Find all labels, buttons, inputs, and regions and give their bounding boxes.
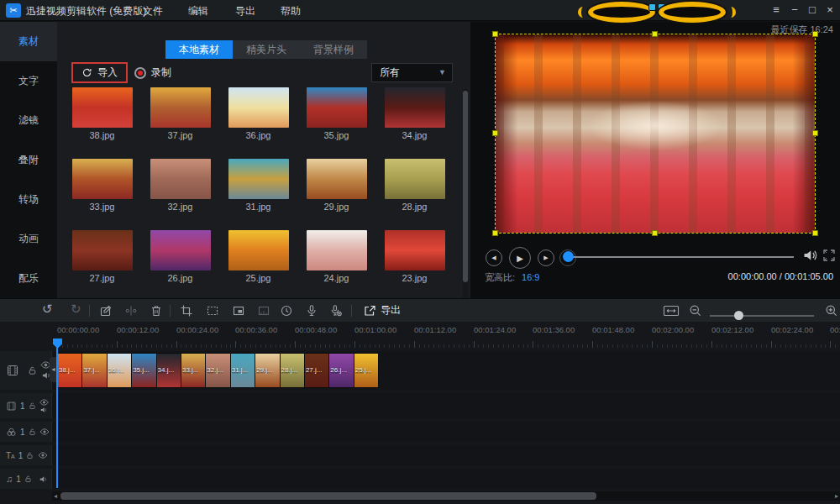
split-icon[interactable] bbox=[124, 304, 138, 318]
menu-help[interactable]: 帮助 bbox=[281, 4, 301, 18]
media-file[interactable]: 28.jpg bbox=[375, 159, 454, 212]
timeline-clip[interactable]: 38.j... bbox=[58, 354, 82, 387]
media-file[interactable]: 35.jpg bbox=[297, 87, 375, 140]
timeline-clip[interactable]: 29.j... bbox=[255, 354, 280, 387]
crop-icon[interactable] bbox=[180, 304, 193, 318]
export-button[interactable]: 导出 bbox=[363, 303, 401, 318]
lock-open-icon[interactable] bbox=[28, 366, 37, 375]
delete-icon[interactable] bbox=[150, 304, 163, 318]
volume-icon[interactable] bbox=[802, 249, 817, 262]
timeline-zoom-slider[interactable] bbox=[710, 315, 814, 317]
music-track-lane[interactable] bbox=[0, 469, 840, 489]
timeline-hscrollbar-thumb[interactable] bbox=[60, 492, 596, 500]
media-thumbnail[interactable] bbox=[150, 87, 211, 128]
timeline-clip[interactable]: 26.j... bbox=[329, 354, 354, 387]
timeline-zoom-handle[interactable] bbox=[734, 311, 743, 320]
media-filter-dropdown[interactable]: 所有 ▼ bbox=[371, 63, 453, 82]
text-track-lane[interactable] bbox=[0, 445, 840, 465]
media-thumbnail[interactable] bbox=[150, 230, 211, 270]
record-button[interactable]: 录制 bbox=[134, 62, 171, 83]
fit-timeline-icon[interactable] bbox=[663, 305, 680, 317]
ruler-icon[interactable] bbox=[257, 304, 270, 318]
tab-local-media[interactable]: 本地素材 bbox=[165, 40, 233, 59]
zoom-out-icon[interactable] bbox=[689, 304, 702, 318]
lock-open-icon[interactable] bbox=[29, 402, 36, 410]
canvas-size-icon[interactable] bbox=[206, 304, 219, 318]
eye-icon[interactable] bbox=[38, 452, 48, 459]
timeline-clip[interactable]: 34.j... bbox=[157, 354, 181, 387]
import-button[interactable]: 导入 bbox=[71, 62, 128, 83]
media-thumbnail[interactable] bbox=[307, 159, 367, 199]
speaker-icon[interactable] bbox=[39, 407, 48, 413]
tab-background-samples[interactable]: 背景样例 bbox=[300, 40, 367, 59]
media-thumbnail[interactable] bbox=[72, 230, 133, 270]
eye-icon[interactable] bbox=[39, 399, 49, 406]
media-thumbnail[interactable] bbox=[307, 230, 367, 270]
selection-handle[interactable] bbox=[492, 31, 498, 37]
media-file[interactable]: 36.jpg bbox=[219, 87, 297, 140]
seek-bar[interactable] bbox=[569, 256, 794, 258]
media-file[interactable]: 27.jpg bbox=[63, 230, 141, 283]
selection-handle[interactable] bbox=[652, 31, 658, 37]
video-preview[interactable] bbox=[496, 34, 815, 233]
sidebar-item-music[interactable]: 配乐 bbox=[0, 259, 57, 298]
lock-open-icon[interactable] bbox=[29, 428, 36, 436]
media-file[interactable]: 25.jpg bbox=[219, 230, 297, 283]
menu-edit[interactable]: 编辑 bbox=[188, 4, 208, 18]
sidebar-item-filter[interactable]: 滤镜 bbox=[0, 101, 57, 140]
selection-handle[interactable] bbox=[812, 31, 818, 37]
lock-open-icon[interactable] bbox=[24, 475, 32, 483]
duration-icon[interactable] bbox=[280, 304, 293, 318]
sidebar-item-media[interactable]: 素材 bbox=[0, 22, 57, 61]
minimize-button[interactable]: − bbox=[786, 2, 803, 18]
timeline-clip[interactable]: 25.j... bbox=[354, 354, 379, 387]
media-scrollbar[interactable] bbox=[463, 89, 468, 301]
maximize-button[interactable]: □ bbox=[804, 2, 821, 18]
media-thumbnail[interactable] bbox=[385, 230, 445, 270]
media-file[interactable]: 24.jpg bbox=[297, 230, 375, 283]
scroll-right-icon[interactable]: ▸ bbox=[835, 492, 838, 500]
window-menu-button[interactable]: ≡ bbox=[768, 2, 785, 18]
previous-frame-button[interactable]: ◀ bbox=[486, 249, 502, 266]
media-file[interactable]: 29.jpg bbox=[297, 159, 375, 212]
seek-handle[interactable] bbox=[563, 251, 574, 262]
selection-handle[interactable] bbox=[812, 130, 818, 136]
timeline-clip[interactable]: 28.j... bbox=[281, 354, 305, 387]
selection-handle[interactable] bbox=[812, 230, 818, 236]
timeline-clip[interactable]: 35.j... bbox=[132, 354, 156, 387]
play-button[interactable]: ▶ bbox=[509, 247, 531, 269]
edit-clip-icon[interactable] bbox=[99, 304, 113, 318]
media-thumbnail[interactable] bbox=[72, 87, 133, 128]
media-thumbnail[interactable] bbox=[150, 159, 211, 199]
selection-handle[interactable] bbox=[492, 230, 498, 236]
media-file[interactable]: 37.jpg bbox=[141, 87, 219, 140]
sidebar-item-overlay[interactable]: 叠附 bbox=[0, 140, 57, 180]
timeline-clip[interactable]: 31.j... bbox=[231, 354, 255, 387]
sidebar-item-animation[interactable]: 动画 bbox=[0, 219, 57, 259]
selection-handle[interactable] bbox=[652, 230, 658, 236]
media-file[interactable]: 23.jpg bbox=[375, 230, 454, 283]
eye-icon[interactable] bbox=[39, 428, 50, 435]
media-thumbnail[interactable] bbox=[72, 159, 133, 199]
timeline-clip[interactable]: 37.j... bbox=[82, 354, 107, 387]
video-clip-strip[interactable]: 38.j... 37.j... 36.j... 35.j... 34.j... … bbox=[57, 353, 379, 388]
media-thumbnail[interactable] bbox=[228, 87, 289, 128]
redo-icon[interactable]: ↻ bbox=[71, 302, 81, 317]
speaker-icon[interactable] bbox=[39, 475, 48, 483]
selection-handle[interactable] bbox=[492, 130, 498, 136]
media-file[interactable]: 34.jpg bbox=[375, 87, 454, 140]
media-file[interactable]: 32.jpg bbox=[141, 159, 219, 212]
media-file[interactable]: 33.jpg bbox=[63, 159, 141, 212]
timeline-clip[interactable]: 27.j... bbox=[305, 354, 329, 387]
media-thumbnail[interactable] bbox=[228, 159, 289, 199]
overlay-track-lane[interactable] bbox=[0, 422, 840, 442]
media-thumbnail[interactable] bbox=[228, 230, 289, 270]
timeline-clip[interactable]: 32.j... bbox=[206, 354, 230, 387]
timeline-hscrollbar[interactable]: ◂ ▸ bbox=[52, 491, 840, 501]
undo-icon[interactable]: ↺ bbox=[42, 302, 53, 317]
pip-track-lane[interactable] bbox=[0, 393, 840, 418]
timeline-clip[interactable]: 33.j... bbox=[181, 354, 206, 387]
media-thumbnail[interactable] bbox=[307, 87, 367, 128]
sidebar-item-text[interactable]: 文字 bbox=[0, 61, 57, 101]
timeline-clip[interactable]: 36.j... bbox=[108, 354, 132, 387]
